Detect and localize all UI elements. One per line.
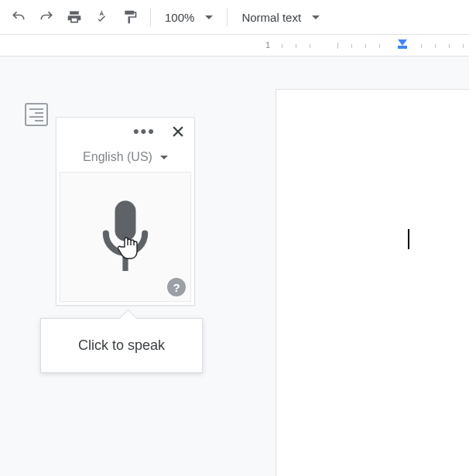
style-value: Normal text xyxy=(241,11,301,24)
tooltip-text: Click to speak xyxy=(78,337,165,353)
paint-format-button[interactable] xyxy=(118,5,142,29)
ruler-area: 1 xyxy=(0,34,469,56)
spellcheck-button[interactable] xyxy=(90,5,115,29)
paragraph-style-dropdown[interactable]: Normal text xyxy=(235,11,326,24)
chevron-down-icon xyxy=(312,15,320,19)
text-cursor xyxy=(408,229,409,249)
zoom-dropdown[interactable]: 100% xyxy=(159,11,219,24)
language-dropdown[interactable]: English (US) xyxy=(56,146,194,172)
toolbar: 100% Normal text xyxy=(0,0,469,34)
toolbar-separator xyxy=(227,8,228,26)
redo-button[interactable] xyxy=(34,5,59,29)
undo-button[interactable] xyxy=(6,5,31,29)
close-button[interactable] xyxy=(171,125,185,139)
toolbar-separator xyxy=(150,8,151,26)
document-page[interactable] xyxy=(276,89,469,476)
voice-tooltip: Click to speak xyxy=(40,318,203,373)
document-outline-button[interactable] xyxy=(25,103,48,126)
help-icon: ? xyxy=(173,281,180,294)
voice-typing-panel: ••• English (US) ? xyxy=(56,117,195,306)
microphone-button[interactable]: ? xyxy=(60,172,191,302)
ruler-number: 1 xyxy=(265,40,270,50)
hand-cursor-icon xyxy=(118,235,141,261)
voice-panel-header: ••• xyxy=(56,118,194,146)
horizontal-ruler[interactable]: 1 xyxy=(263,38,469,53)
print-button[interactable] xyxy=(62,5,87,29)
more-options-icon[interactable]: ••• xyxy=(133,123,156,140)
left-indent-marker[interactable] xyxy=(398,39,407,46)
left-indent-base[interactable] xyxy=(398,46,407,49)
chevron-down-icon xyxy=(160,156,168,159)
zoom-value: 100% xyxy=(165,11,194,24)
workspace: ••• English (US) ? Click to speak xyxy=(0,56,469,476)
help-button[interactable]: ? xyxy=(167,278,186,296)
chevron-down-icon xyxy=(205,15,213,19)
language-label: English (US) xyxy=(83,150,152,164)
